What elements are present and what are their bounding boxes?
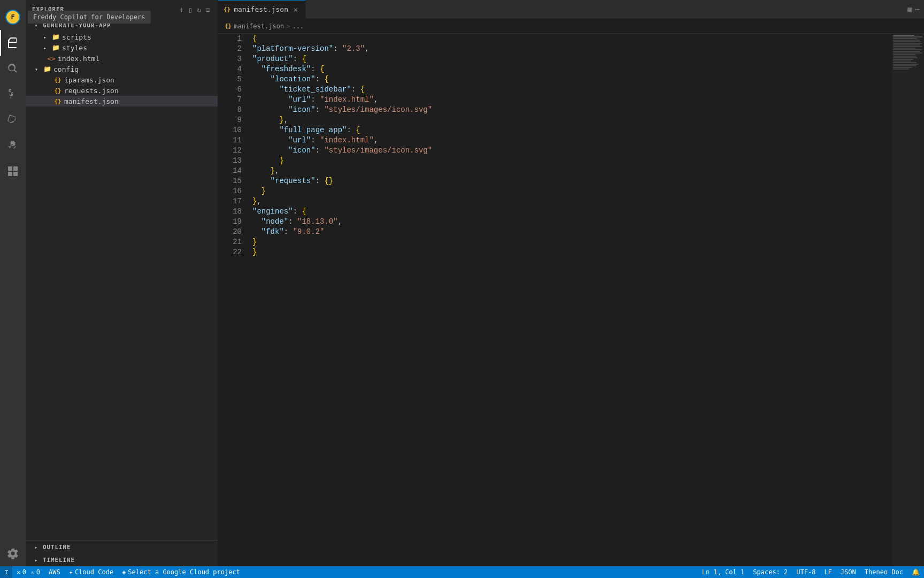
encoding-label: UTF-8	[796, 568, 815, 576]
line-numbers: 12345 678910 1112131415 1617181920 2122	[218, 34, 250, 566]
json-icon-requests: {}	[53, 86, 62, 95]
tree-item-index-html[interactable]: <> index.html	[26, 53, 218, 64]
iparams-label: iparams.json	[64, 76, 114, 84]
files-icon	[7, 36, 20, 49]
file-tree: GENERATE-YOUR-APP 📁 scripts 📁 styles <> …	[26, 19, 218, 540]
search-icon	[6, 62, 19, 75]
timeline-chevron	[32, 556, 41, 564]
status-bar: ⌶ ✕ 0 ⚠ 0 AWS ✦ Cloud Code ◈ Select a Go…	[0, 566, 924, 578]
status-notifications[interactable]: 🔔	[907, 566, 924, 578]
json-icon-iparams: {}	[53, 75, 62, 84]
status-cloud-code[interactable]: ✦ Cloud Code	[65, 566, 118, 578]
aws-label: AWS	[49, 568, 60, 576]
new-folder-icon[interactable]: ▯	[187, 4, 194, 15]
collapse-all-icon[interactable]: ≡	[205, 4, 211, 15]
tab-bar: {} manifest.json × ▦ ⋯	[218, 0, 924, 19]
scripts-label: scripts	[62, 33, 91, 41]
new-file-icon[interactable]: +	[178, 4, 184, 15]
status-spaces[interactable]: Spaces: 2	[749, 566, 792, 578]
tab-close-btn[interactable]: ×	[291, 5, 300, 14]
outline-section: OUTLINE TIMELINE	[26, 540, 218, 566]
avatar: F	[5, 10, 20, 25]
cloud-icon: ✦	[69, 568, 73, 576]
styles-chevron	[41, 43, 49, 52]
root-chevron	[32, 21, 41, 29]
activity-bar-extensions[interactable]	[0, 133, 26, 158]
status-git[interactable]: ⌶	[0, 566, 12, 578]
breadcrumb-file-icon: {}	[225, 22, 232, 29]
status-gcloud-project[interactable]: ◈ Select a Google Cloud project	[118, 566, 244, 578]
outline-header[interactable]: OUTLINE	[26, 541, 218, 553]
manifest-label: manifest.json	[64, 97, 119, 105]
code-editor[interactable]: 12345 678910 1112131415 1617181920 2122 …	[218, 34, 924, 566]
html-icon-index: <>	[47, 54, 56, 63]
activity-bar-search[interactable]	[0, 56, 26, 81]
breadcrumb-more[interactable]: ...	[292, 22, 304, 30]
activity-bar-source-control[interactable]	[0, 81, 26, 107]
folder-icon-styles: 📁	[51, 43, 60, 52]
sidebar-actions: + ▯ ↻ ≡	[178, 4, 211, 15]
activity-bar-explorer[interactable]	[0, 30, 26, 56]
more-actions-icon[interactable]: ⋯	[915, 5, 920, 13]
tab-file-icon: {}	[224, 6, 230, 13]
breadcrumb-file[interactable]: manifest.json	[234, 22, 284, 30]
spaces-label: Spaces: 2	[753, 568, 788, 576]
error-count: 0	[22, 568, 26, 576]
tree-item-requests[interactable]: {} requests.json	[26, 85, 218, 96]
warning-count: 0	[36, 568, 40, 576]
activity-bar-settings[interactable]	[0, 541, 26, 566]
breadcrumb-separator: >	[286, 22, 290, 30]
requests-label: requests.json	[64, 87, 119, 95]
activity-bar-dashboard[interactable]	[0, 158, 26, 184]
json-icon-manifest: {}	[53, 97, 62, 105]
split-editor-icon[interactable]: ▦	[907, 5, 912, 13]
activity-bar: F Freddy Copilot for Developers	[0, 0, 26, 566]
minimap	[892, 34, 924, 566]
sidebar-header: EXPLORER + ▯ ↻ ≡	[26, 0, 218, 19]
run-icon	[6, 113, 19, 126]
source-control-icon	[6, 88, 19, 101]
ln-col-label: Ln 1, Col 1	[702, 568, 744, 576]
status-left: ⌶ ✕ 0 ⚠ 0 AWS ✦ Cloud Code ◈ Select a Go…	[0, 566, 244, 578]
status-errors[interactable]: ✕ 0 ⚠ 0	[12, 566, 44, 578]
status-eol[interactable]: LF	[820, 566, 836, 578]
status-encoding[interactable]: UTF-8	[792, 566, 820, 578]
config-chevron	[32, 65, 41, 73]
tree-item-config[interactable]: 📁 config	[26, 64, 218, 74]
activity-bar-run[interactable]	[0, 107, 26, 133]
editor-content-area: 12345 678910 1112131415 1617181920 2122 …	[218, 34, 924, 566]
error-icon: ✕	[17, 569, 20, 576]
project-root[interactable]: GENERATE-YOUR-APP	[26, 19, 218, 32]
project-name: GENERATE-YOUR-APP	[43, 22, 111, 29]
tree-item-styles[interactable]: 📁 styles	[26, 42, 218, 53]
warning-icon: ⚠	[30, 569, 34, 576]
index-html-label: index.html	[58, 55, 99, 63]
minimap-lines	[892, 34, 924, 71]
sidebar-title: EXPLORER	[32, 6, 64, 13]
tree-item-scripts[interactable]: 📁 scripts	[26, 32, 218, 42]
timeline-header[interactable]: TIMELINE	[26, 553, 218, 566]
tab-manifest-json[interactable]: {} manifest.json ×	[218, 0, 306, 19]
bell-icon: 🔔	[912, 568, 920, 576]
status-schema[interactable]: Theneo Doc	[860, 566, 907, 578]
status-language[interactable]: JSON	[836, 566, 860, 578]
folder-icon-config: 📁	[43, 65, 51, 73]
styles-label: styles	[62, 44, 87, 52]
schema-label: Theneo Doc	[865, 568, 903, 576]
status-ln-col[interactable]: Ln 1, Col 1	[698, 566, 749, 578]
breadcrumb: {} manifest.json > ...	[218, 19, 924, 34]
code-lines: 12345 678910 1112131415 1617181920 2122 …	[218, 34, 924, 566]
editor-area: {} manifest.json × ▦ ⋯ {} manifest.json …	[218, 0, 924, 566]
code-content: { "platform-version": "2.3", "product": …	[250, 34, 924, 566]
activity-bar-avatar[interactable]: F Freddy Copilot for Developers	[0, 4, 26, 30]
extensions-icon	[6, 139, 19, 152]
dashboard-icon	[6, 165, 19, 178]
cloud-code-label: Cloud Code	[75, 568, 113, 576]
status-aws[interactable]: AWS	[44, 566, 65, 578]
gcloud-project-label: Select a Google Cloud project	[128, 568, 240, 576]
config-label: config	[53, 65, 79, 73]
refresh-icon[interactable]: ↻	[196, 4, 202, 15]
tree-item-iparams[interactable]: {} iparams.json	[26, 74, 218, 85]
status-right: Ln 1, Col 1 Spaces: 2 UTF-8 LF JSON Then…	[698, 566, 924, 578]
tree-item-manifest[interactable]: {} manifest.json	[26, 96, 218, 107]
